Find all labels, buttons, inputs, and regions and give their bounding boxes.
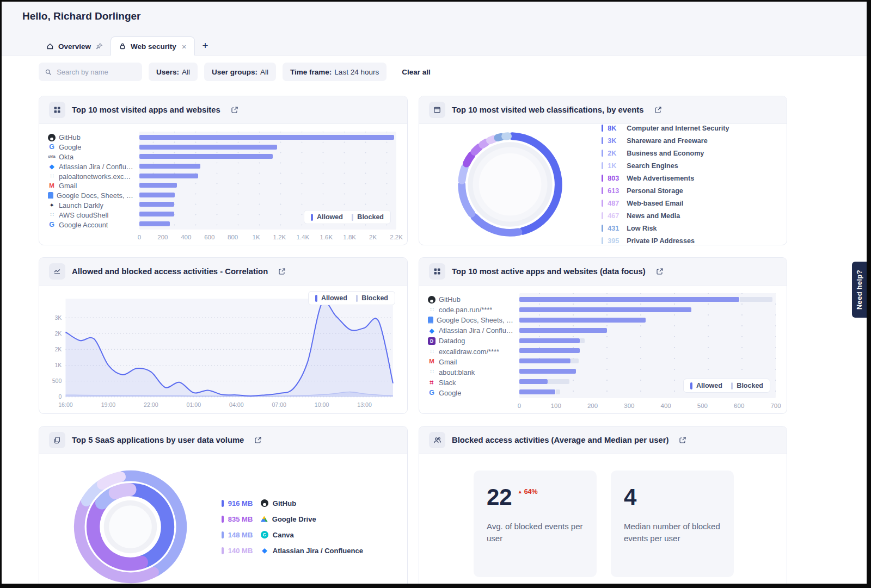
legend-label: Business and Economy [627, 150, 704, 157]
legend-item-allowed[interactable]: Allowed [315, 294, 347, 302]
legend-item-Google Drive[interactable]: 835 MBGoogle Drive [222, 515, 401, 523]
bar [139, 202, 396, 207]
search-icon [45, 69, 51, 76]
legend-value: 140 MB [228, 547, 256, 555]
blocked-bar [740, 297, 773, 302]
bar-row-label: ◆Atlassian Jira / Confluen... [428, 325, 514, 336]
legend-swatch [222, 516, 224, 523]
svg-text:13:00: 13:00 [357, 401, 372, 408]
legend-item-GitHub[interactable]: 916 MBGitHub [222, 499, 401, 507]
legend-item-Search Engines[interactable]: 1KSearch Engines [602, 162, 780, 170]
donut-segment-Personal Storage [475, 147, 480, 152]
need-help-tab[interactable]: Need help? [852, 262, 867, 318]
generic-icon: ∷ [48, 172, 56, 180]
legend-item-blocked[interactable]: Blocked [356, 294, 388, 302]
external-link-icon[interactable] [278, 268, 286, 275]
card-body: 8KComputer and Internet Security3KSharew… [419, 124, 787, 245]
legend-item-Personal Storage[interactable]: 613Personal Storage [602, 187, 780, 195]
tab-overview[interactable]: Overview [39, 38, 111, 55]
bar [519, 318, 776, 323]
donut-segment-Atlassian Jira / Confluence [115, 490, 130, 493]
google-icon: G [428, 389, 436, 397]
legend-item-Atlassian Jira / Confluence[interactable]: 140 MB◆Atlassian Jira / Confluence [222, 547, 401, 555]
allowed-bar [139, 164, 200, 169]
card-most-active-apps: Top 10 most active apps and websites (da… [419, 257, 787, 414]
legend-item-Web-based Email[interactable]: 487Web-based Email [602, 200, 780, 207]
filter-user-groups[interactable]: User groups: All [204, 63, 276, 81]
pin-icon[interactable] [95, 42, 103, 50]
bar [519, 328, 776, 333]
external-link-icon[interactable] [679, 436, 686, 444]
legend-item-Canva[interactable]: 148 MBCCanva [222, 531, 401, 539]
svg-text:22:00: 22:00 [144, 401, 158, 408]
grid-icon [49, 102, 65, 118]
legend-item-News and Media[interactable]: 467News and Media [602, 212, 780, 220]
bar-row-label: GitHub [428, 294, 514, 305]
svg-text:500: 500 [52, 377, 62, 384]
legend-item-allowed[interactable]: Allowed [311, 213, 342, 221]
close-icon[interactable]: × [182, 42, 187, 51]
legend-swatch [352, 214, 354, 221]
external-link-icon[interactable] [254, 436, 262, 444]
bar-label-text: excalidraw.com/**** [439, 348, 499, 356]
bar-row [519, 305, 776, 315]
bar [139, 183, 396, 188]
external-link-icon[interactable] [231, 106, 238, 114]
bar-row-label: ∷about:blank [428, 367, 514, 377]
tab-web-security[interactable]: Web security × [111, 36, 195, 55]
donut-segment-Web-based Email [483, 143, 487, 145]
bar-label-text: AWS cloudShell [59, 211, 108, 219]
x-axis-tick: 500 [697, 403, 708, 409]
legend-swatch [602, 212, 604, 219]
x-axis-tick: 600 [204, 234, 214, 240]
card-body: 916 MBGitHub835 MBGoogle Drive148 MBCCan… [39, 454, 407, 588]
filter-value: All [260, 68, 268, 76]
legend-value: 3K [608, 137, 622, 145]
legend-item-blocked[interactable]: Blocked [731, 382, 763, 389]
bar [519, 307, 776, 312]
legend-item-blocked[interactable]: Blocked [352, 213, 384, 221]
clear-all-button[interactable]: Clear all [398, 67, 434, 77]
card-body: GitHub∷code.pan.run/****Google Docs, She… [419, 286, 787, 413]
legend-item-Business and Economy[interactable]: 2KBusiness and Economy [602, 150, 780, 157]
window-icon [429, 102, 445, 118]
stat-value: 22 [487, 486, 512, 509]
search-box[interactable] [39, 63, 142, 81]
legend-item-Shareware and Freeware[interactable]: 3KShareware and Freeware [602, 137, 780, 145]
okta-icon: okta [48, 153, 56, 160]
external-link-icon[interactable] [654, 106, 662, 114]
bar-rows: AllowedBlocked [139, 132, 396, 230]
legend-item-Low Risk[interactable]: 431Low Risk [602, 225, 780, 232]
svg-text:19:00: 19:00 [101, 401, 116, 408]
svg-text:07:00: 07:00 [272, 401, 286, 408]
legend-item-allowed[interactable]: Allowed [690, 382, 722, 389]
filter-time-frame[interactable]: Time frame: Last 24 hours [283, 63, 387, 81]
line-chart-icon [49, 263, 65, 280]
filter-users[interactable]: Users: All [149, 63, 198, 81]
bar-row-label: Google Docs, Sheets, Sli... [48, 191, 134, 201]
legend-item-Web Advertisements[interactable]: 803Web Advertisements [602, 175, 780, 182]
bar-label-text: Google Docs, Sheets, Sli... [437, 316, 514, 324]
allowed-bar [519, 389, 555, 394]
bar [139, 154, 396, 159]
blocked-bar [556, 389, 560, 394]
top-bar: Hello, Richard Dorlinger Overview Web se… [2, 2, 867, 55]
legend-item-Computer and Internet Security[interactable]: 8KComputer and Internet Security [602, 125, 780, 132]
dashboard-page: Hello, Richard Dorlinger Overview Web se… [0, 0, 871, 588]
legend-label: Private IP Addresses [627, 237, 695, 245]
legend-item-Private IP Addresses[interactable]: 395Private IP Addresses [602, 237, 780, 245]
new-tab-button[interactable]: + [195, 40, 216, 55]
allowed-bar [519, 358, 571, 363]
bar-label-text: GitHub [439, 295, 461, 304]
external-link-icon[interactable] [656, 268, 664, 275]
bar-row-label: GitHub [48, 133, 134, 143]
github-icon [261, 499, 268, 507]
legend-value: 2K [608, 150, 622, 157]
bar-label-text: Datadog [439, 337, 465, 345]
allowed-bar [519, 379, 548, 384]
donut-area [39, 466, 222, 588]
github-icon [48, 134, 56, 141]
search-input[interactable] [56, 67, 136, 77]
bar-label-text: code.pan.run/**** [439, 306, 492, 314]
gmail-icon: M [48, 182, 56, 190]
